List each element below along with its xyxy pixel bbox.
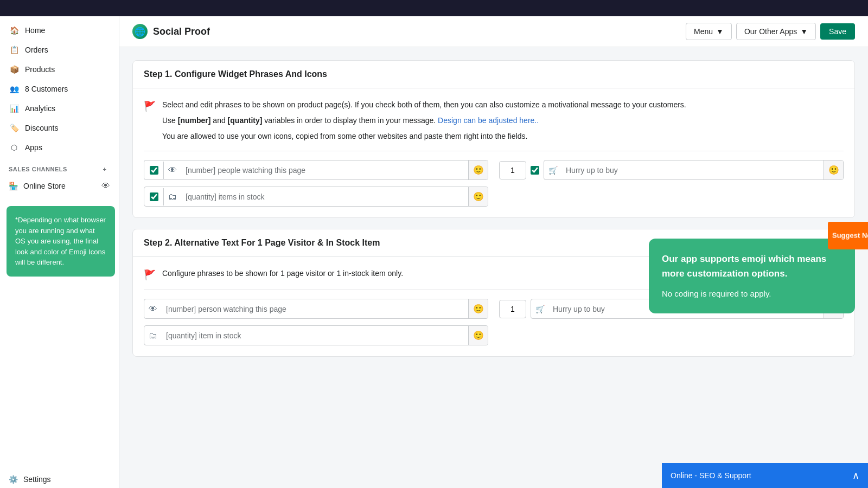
discounts-icon: 🏷️: [9, 123, 20, 133]
sidebar-label-customers: 8 Customers: [25, 85, 68, 93]
chevron-down-icon-apps: ▼: [800, 27, 808, 36]
app-header: 🌐 Social Proof Menu ▼ Our Other Apps ▼ S…: [119, 16, 868, 47]
stock-checkbox[interactable]: [150, 192, 158, 201]
watching-emoji-button[interactable]: 🙂: [468, 160, 488, 179]
stock-checkbox-container[interactable]: [144, 188, 164, 206]
hurry-input-group: 🛒 🙂: [544, 160, 844, 180]
stock-emoji-button[interactable]: 🙂: [468, 187, 488, 206]
sidebar-label-analytics: Analytics: [25, 104, 55, 113]
step1-info-line2: Use [number] and [quantity] variables in…: [162, 115, 686, 126]
watching-input-group: 👁 🙂: [144, 160, 488, 180]
sidebar-item-orders[interactable]: 📋 Orders: [0, 40, 119, 60]
seo-bar-expand-button[interactable]: ∧: [852, 470, 859, 481]
person-eye-icon: 👁: [144, 304, 162, 314]
hurry2-number-input[interactable]: [499, 300, 526, 318]
sidebar-item-settings[interactable]: ⚙️ Settings: [0, 471, 119, 488]
step1-info-box: 🚩 Select and edit phrases to be shown on…: [144, 99, 844, 142]
hurry-text-input[interactable]: [561, 162, 824, 179]
seo-bar-label: Online - SEO & Support: [671, 471, 751, 480]
apps-icon: ⬡: [9, 142, 20, 153]
sidebar-item-apps[interactable]: ⬡ Apps: [0, 138, 119, 157]
stock-input-group: 🗂 🙂: [144, 187, 488, 207]
chevron-down-icon: ▼: [716, 27, 724, 36]
settings-icon: ⚙️: [9, 475, 18, 484]
eye-field-icon: 👁: [164, 165, 181, 175]
watching-checkbox-container[interactable]: [144, 162, 164, 179]
seo-bar[interactable]: Online - SEO & Support ∧: [662, 463, 868, 488]
top-bar: [0, 0, 868, 16]
hurry-checkbox[interactable]: [531, 166, 539, 175]
step1-header: Step 1. Configure Widget Phrases And Ico…: [133, 61, 854, 88]
tooltip-right-heading: Our app supports emoji which means more …: [662, 252, 842, 281]
store-icon: 🏪: [9, 182, 18, 190]
sidebar-item-home[interactable]: 🏠 Home: [0, 21, 119, 40]
cart-icon-2: 🛒: [531, 305, 548, 313]
item-stock-text-input[interactable]: [162, 327, 468, 344]
step2-title: Step 2. Alternative Text For 1 Page Visi…: [144, 238, 380, 247]
sales-channels-title: SALES CHANNELS +: [0, 157, 119, 177]
sidebar-item-discounts[interactable]: 🏷️ Discounts: [0, 118, 119, 138]
save-button[interactable]: Save: [820, 23, 855, 40]
step1-info-line1: Select and edit phrases to be shown on p…: [162, 99, 686, 111]
stock-text-input[interactable]: [181, 188, 468, 206]
settings-label: Settings: [23, 475, 51, 484]
our-other-apps-button[interactable]: Our Other Apps ▼: [736, 23, 816, 40]
products-icon: 📦: [9, 64, 20, 75]
person-watching-text-input[interactable]: [162, 300, 468, 318]
step2-info-text: Configure phrases to be shown for 1 page…: [162, 268, 403, 279]
item-stock-emoji-button[interactable]: 🙂: [468, 326, 488, 345]
sidebar-label-apps: Apps: [25, 143, 42, 152]
step1-title: Step 1. Configure Widget Phrases And Ico…: [144, 69, 327, 79]
home-icon: 🏠: [9, 25, 20, 36]
sidebar-label-discounts: Discounts: [25, 124, 58, 132]
sidebar-item-analytics[interactable]: 📊 Analytics: [0, 99, 119, 118]
online-store-label: Online Store: [23, 182, 66, 190]
sidebar-label-products: Products: [25, 65, 55, 74]
watching-checkbox[interactable]: [150, 166, 158, 175]
divider-step1: [144, 151, 844, 151]
step1-info-line3: You are allowed to use your own icons, c…: [162, 131, 686, 142]
item-stock-input-group: 🗂 🙂: [144, 325, 488, 345]
watching-text-input[interactable]: [181, 162, 468, 179]
customers-icon: 👥: [9, 84, 20, 94]
app-title: Social Proof: [153, 26, 210, 37]
step1-card: Step 1. Configure Widget Phrases And Ico…: [132, 60, 855, 218]
app-logo: 🌐: [132, 24, 148, 39]
analytics-icon: 📊: [9, 103, 20, 114]
sidebar-label-orders: Orders: [25, 46, 48, 54]
tooltip-right: Our app supports emoji which means more …: [649, 239, 855, 313]
cart-icon: 🛒: [544, 166, 561, 175]
sidebar-item-customers[interactable]: 👥 8 Customers: [0, 79, 119, 99]
flag-icon: 🚩: [144, 100, 156, 112]
hurry-number-input[interactable]: [499, 161, 526, 179]
tooltip-left: *Depending on what browser you are runni…: [7, 206, 115, 277]
tooltip-right-subtext: No coding is required to apply.: [662, 287, 842, 300]
sidebar-label-home: Home: [25, 26, 45, 35]
suggest-feature-tab[interactable]: Suggest New Feature: [828, 222, 868, 249]
person-watching-input-group: 👁 🙂: [144, 299, 488, 319]
design-link[interactable]: Design can be adjusted here..: [438, 116, 539, 125]
orders-icon: 📋: [9, 44, 20, 55]
add-sales-channel-button[interactable]: +: [99, 164, 110, 175]
person-watching-emoji-button[interactable]: 🙂: [468, 299, 488, 318]
eye-icon[interactable]: 👁: [101, 181, 110, 191]
item-stock-icon: 🗂: [144, 331, 162, 341]
flag-icon-2: 🚩: [144, 269, 156, 281]
sidebar-item-products[interactable]: 📦 Products: [0, 60, 119, 79]
hurry-emoji-button[interactable]: 🙂: [824, 160, 843, 179]
sidebar-item-online-store[interactable]: 🏪 Online Store 👁: [0, 177, 119, 195]
menu-button[interactable]: Menu ▼: [686, 23, 732, 40]
stock-field-icon: 🗂: [164, 192, 181, 202]
sidebar-nav: 🏠 Home 📋 Orders 📦 Products 👥 8 Customers…: [0, 16, 119, 200]
step1-body: 🚩 Select and edit phrases to be shown on…: [133, 88, 854, 217]
